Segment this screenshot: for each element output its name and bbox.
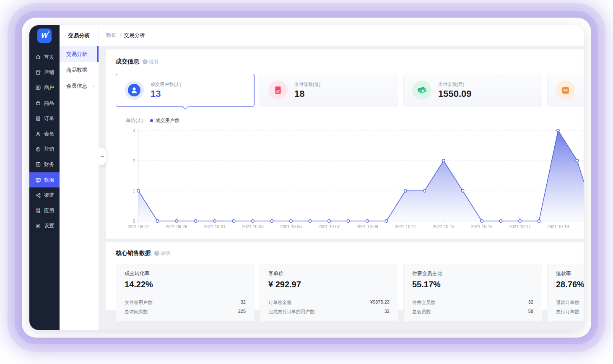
stat-card-label: 支付笔数(笔) (294, 81, 320, 88)
metric-detail-row: 总会员数:58 (412, 307, 533, 316)
metric-card-value: 28.76% (556, 280, 584, 289)
svg-text:2021-10-15: 2021-10-15 (471, 224, 493, 229)
submenu-title: 交易分析 (60, 25, 99, 46)
stat-card-label: 成交用户数(人) (151, 81, 181, 88)
stat-card-pay-amount[interactable]: 支付金额(元)1550.09 (403, 74, 542, 107)
help-label: 说明 (149, 59, 158, 65)
sidebar-item-label: 商品 (44, 100, 54, 107)
app-window: W 首页店铺商户商品订单会员营销¥财务数据渠道应用设置 交易分析 交易分析商品数… (29, 25, 584, 330)
deal-info-help[interactable]: ? 说明 (143, 59, 158, 65)
stat-card-row: 成交用户数(人)13支付笔数(笔)18支付金额(元)1550.09 (116, 74, 584, 107)
submenu-list: 交易分析商品数据会员信息› (60, 46, 99, 94)
core-sales-help[interactable]: ? 说明 (154, 250, 170, 257)
sidebar-item-home[interactable]: 首页 (29, 49, 60, 65)
divider (125, 294, 246, 294)
metric-card-value: 55.17% (412, 280, 533, 289)
sidebar-item-orders[interactable]: 订单 (29, 111, 60, 126)
secondary-sidebar: 交易分析 交易分析商品数据会员信息› (60, 25, 99, 330)
order-icon (35, 115, 42, 122)
sidebar-item-merchant[interactable]: 商户 (29, 80, 60, 96)
svg-text:2021-10-13: 2021-10-13 (433, 224, 455, 229)
sidebar-item-finance[interactable]: ¥财务 (29, 157, 60, 172)
area-chart: 01232021-09-272021-09-292021-10-012021-1… (126, 125, 584, 231)
metric-detail-row: 完成支付订单的用户数:32 (268, 307, 390, 316)
svg-text:2021-10-11: 2021-10-11 (395, 224, 416, 229)
apps-icon (35, 207, 42, 214)
submenu-item-label: 商品数据 (66, 67, 87, 74)
submenu-item-label: 交易分析 (66, 51, 87, 58)
sidebar-item-goods[interactable]: 商品 (29, 96, 60, 111)
chevron-right-icon: › (93, 83, 94, 88)
submenu-item-trade-analysis[interactable]: 交易分析 (60, 46, 99, 62)
sidebar-item-label: 首页 (44, 54, 54, 61)
svg-text:2021-10-05: 2021-10-05 (280, 224, 302, 229)
hamburger-icon (101, 155, 104, 156)
sidebar-item-label: 财务 (44, 161, 54, 168)
breadcrumb-section[interactable]: 数据 (106, 32, 117, 39)
core-sales-header: 核心销售数据 ? 说明 (116, 250, 584, 257)
chart-block: 单位(人) 成交用户数 01232021-09-272021-09-292021… (126, 117, 584, 231)
bag-stat-icon (556, 81, 575, 100)
metric-card-title: 付费会员占比 (412, 270, 533, 277)
breadcrumb-separator: / (119, 33, 121, 39)
metric-detail-value: 32 (241, 299, 246, 306)
merchant-icon (35, 84, 42, 91)
legend-item[interactable]: 成交用户数 (150, 117, 179, 124)
sidebar-item-label: 应用 (44, 207, 54, 214)
bill-stat-icon (268, 81, 288, 100)
svg-text:2021-09-29: 2021-09-29 (166, 224, 187, 229)
metric-detail-row: 支付订单数: (556, 307, 584, 316)
metric-card-title: 退款率 (556, 270, 584, 277)
legend-dot-icon (150, 119, 153, 122)
submenu-item-member-info[interactable]: 会员信息› (60, 78, 99, 94)
stat-card-deal-users[interactable]: 成交用户数(人)13 (116, 74, 255, 107)
metric-card-value: 14.22% (125, 280, 246, 289)
sidebar-item-settings[interactable]: 设置 (29, 218, 60, 234)
app-logo[interactable]: W (37, 29, 52, 43)
metric-detail-row: 退款订单数: (556, 298, 584, 307)
stat-card-value: 13 (151, 88, 181, 99)
sidebar-item-shop[interactable]: 店铺 (29, 65, 60, 81)
sidebar-item-label: 订单 (44, 115, 54, 122)
metric-card-title: 客单价 (268, 270, 390, 277)
divider (268, 294, 390, 294)
stat-card-pay-count[interactable]: 支付笔数(笔)18 (260, 74, 398, 107)
page-content: 成交信息 ? 说明 成交用户数(人)13支付笔数(笔)18支付金额(元)1550… (99, 46, 584, 330)
sidebar-item-marketing[interactable]: 营销 (29, 142, 60, 157)
metric-card-paid-member-ratio: 付费会员占比55.17%付费会员数:32总会员数:58 (403, 264, 542, 322)
sidebar-item-apps[interactable]: 应用 (29, 203, 60, 218)
sidebar-item-label: 会员 (44, 130, 54, 138)
channel-icon (35, 192, 42, 199)
sidebar-item-data[interactable]: 数据 (29, 172, 60, 188)
sidebar-item-channel[interactable]: 渠道 (29, 187, 60, 203)
metric-card-title: 成交转化率 (125, 270, 246, 277)
chart-header: 单位(人) 成交用户数 (126, 117, 584, 124)
sidebar-item-label: 商户 (44, 84, 54, 91)
svg-text:0: 0 (132, 219, 135, 224)
svg-text:2021-10-07: 2021-10-07 (318, 224, 340, 229)
svg-text:2021-09-27: 2021-09-27 (127, 224, 149, 229)
stat-card-clipped-card[interactable] (547, 74, 584, 107)
deal-info-header: 成交信息 ? 说明 (116, 58, 584, 65)
logo-dot (48, 31, 49, 33)
logo-wrap: W (29, 25, 60, 46)
metric-detail-label: 订单总金额: (268, 299, 293, 306)
metric-detail-label: 支付总用户数: (125, 299, 153, 306)
goods-icon (35, 100, 42, 107)
settings-icon (35, 223, 42, 229)
metric-detail-label: 支付订单数: (556, 309, 580, 315)
metric-detail-value: 58 (528, 309, 533, 315)
sidebar-item-members[interactable]: 会员 (29, 126, 60, 142)
submenu-item-label: 会员信息 (66, 83, 87, 90)
store-icon (35, 69, 42, 76)
submenu-item-goods-data[interactable]: 商品数据 (60, 62, 99, 78)
svg-text:2: 2 (132, 159, 135, 163)
metric-detail-value: 32 (384, 309, 390, 315)
metric-detail-label: 付费会员数: (412, 299, 436, 306)
help-label: 说明 (161, 250, 170, 257)
sidebar-item-label: 数据 (44, 177, 54, 184)
sidebar-collapse-handle[interactable] (99, 148, 106, 165)
question-icon: ? (154, 251, 159, 256)
metric-detail-label: 总访问次数: (125, 309, 149, 315)
stage: W 首页店铺商户商品订单会员营销¥财务数据渠道应用设置 交易分析 交易分析商品数… (0, 0, 613, 364)
